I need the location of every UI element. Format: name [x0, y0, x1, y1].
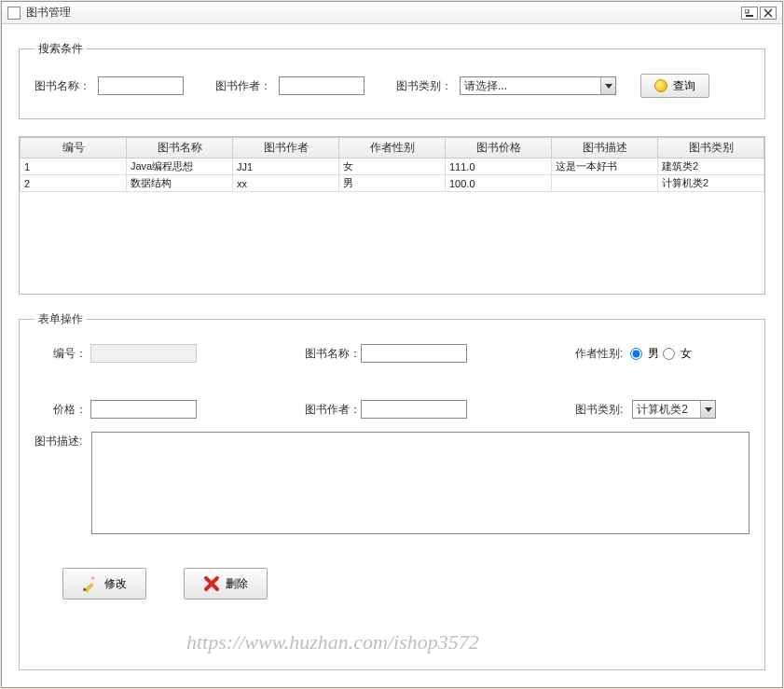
results-table[interactable]: 编号 图书名称 图书作者 作者性别 图书价格 图书描述 图书类别 1 Java编… [20, 137, 764, 192]
minimize-icon [745, 9, 754, 17]
table-header[interactable]: 编号 [21, 138, 127, 158]
search-row: 图书名称： 图书作者： 图书类别： 请选择... 查询 [34, 74, 750, 98]
query-button-label: 查询 [673, 78, 695, 94]
form-name-label: 图书名称： [305, 346, 361, 362]
table-cell: 111.0 [446, 158, 552, 175]
window-icon [7, 7, 21, 20]
pencil-icon [82, 575, 99, 592]
table-cell: 建筑类2 [658, 158, 764, 175]
table-header[interactable]: 图书类别 [658, 138, 764, 158]
table-cell: 女 [339, 158, 446, 175]
titlebar: 图书管理 [2, 2, 782, 24]
search-author-input[interactable] [279, 76, 364, 95]
search-category-text: 请选择... [461, 78, 600, 94]
table-header[interactable]: 图书名称 [127, 138, 233, 158]
form-price-label: 价格： [34, 402, 90, 418]
search-name-input[interactable] [98, 76, 184, 95]
search-author-label: 图书作者： [215, 78, 271, 94]
chevron-down-icon [605, 84, 612, 89]
table-cell: 100.0 [446, 175, 552, 192]
gender-male-radio[interactable] [630, 348, 642, 360]
table-cell: Java编程思想 [127, 158, 233, 175]
table-header[interactable]: 图书描述 [552, 138, 658, 158]
delete-icon [203, 575, 220, 592]
form-name-input[interactable] [361, 344, 467, 363]
table-cell: 1 [21, 158, 127, 175]
table-cell: 2 [21, 175, 127, 192]
svg-rect-0 [746, 15, 753, 17]
table-header[interactable]: 图书价格 [446, 138, 552, 158]
action-row: 修改 删除 [62, 568, 750, 599]
table-cell: JJ1 [233, 158, 339, 175]
gender-radio-group: 作者性别: 男 女 [575, 346, 750, 362]
search-name-label: 图书名称： [34, 78, 90, 94]
modify-button[interactable]: 修改 [62, 568, 146, 599]
form-fieldset: 表单操作 编号： 图书名称： 作者性别: 男 女 价格： [19, 311, 765, 670]
form-gender-label: 作者性别: [575, 346, 626, 362]
search-category-combo[interactable]: 请选择... [460, 76, 616, 95]
chevron-down-icon [705, 407, 712, 412]
svg-rect-1 [745, 9, 749, 13]
form-category-text: 计算机类2 [633, 402, 700, 418]
table-cell: 计算机类2 [658, 175, 764, 192]
description-row: 图书描述: [34, 432, 750, 534]
modify-button-label: 修改 [104, 576, 127, 592]
table-cell: 数据结构 [127, 175, 233, 192]
form-category-dropdown-button[interactable] [700, 401, 715, 418]
form-desc-textarea[interactable] [91, 432, 750, 534]
search-legend: 搜索条件 [34, 41, 87, 57]
main-window: 图书管理 搜索条件 图书名称： 图书作者： 图书类别： 请选择... [1, 1, 783, 688]
form-id-input [90, 344, 197, 363]
form-author-label: 图书作者： [305, 402, 361, 418]
table-cell: 这是一本好书 [552, 158, 658, 175]
table-row[interactable]: 1 Java编程思想 JJ1 女 111.0 这是一本好书 建筑类2 [21, 158, 764, 175]
form-legend: 表单操作 [34, 311, 87, 327]
window-title: 图书管理 [26, 5, 739, 21]
close-icon [763, 8, 773, 18]
table-cell [552, 175, 658, 192]
query-button[interactable]: 查询 [640, 74, 709, 98]
form-desc-label: 图书描述: [34, 432, 82, 534]
table-header[interactable]: 作者性别 [339, 138, 446, 158]
form-grid: 编号： 图书名称： 作者性别: 男 女 价格： 图书作者： [34, 344, 750, 419]
gender-female-label: 女 [681, 346, 692, 362]
delete-button-label: 删除 [226, 576, 248, 592]
table-header[interactable]: 图书作者 [233, 138, 339, 158]
close-button[interactable] [760, 7, 777, 20]
search-fieldset: 搜索条件 图书名称： 图书作者： 图书类别： 请选择... 查询 [19, 41, 765, 119]
content-area: 搜索条件 图书名称： 图书作者： 图书类别： 请选择... 查询 [2, 24, 782, 687]
svg-rect-4 [85, 584, 93, 592]
form-author-input[interactable] [361, 400, 467, 419]
search-category-dropdown-button[interactable] [600, 77, 615, 94]
gender-female-radio[interactable] [663, 348, 675, 360]
gender-male-label: 男 [648, 346, 659, 362]
table-row[interactable]: 2 数据结构 xx 男 100.0 计算机类2 [21, 175, 764, 192]
form-category-label: 图书类别: [575, 402, 626, 418]
table-cell: xx [233, 175, 339, 192]
form-id-label: 编号： [34, 346, 90, 362]
minimize-button[interactable] [741, 7, 758, 20]
form-price-input[interactable] [90, 400, 197, 419]
svg-rect-6 [91, 576, 95, 580]
form-category-combo[interactable]: 计算机类2 [632, 400, 716, 419]
delete-button[interactable]: 删除 [184, 568, 268, 599]
search-icon [654, 79, 667, 92]
table-cell: 男 [339, 175, 446, 192]
results-table-wrap: 编号 图书名称 图书作者 作者性别 图书价格 图书描述 图书类别 1 Java编… [19, 136, 765, 295]
search-category-label: 图书类别： [396, 78, 452, 94]
